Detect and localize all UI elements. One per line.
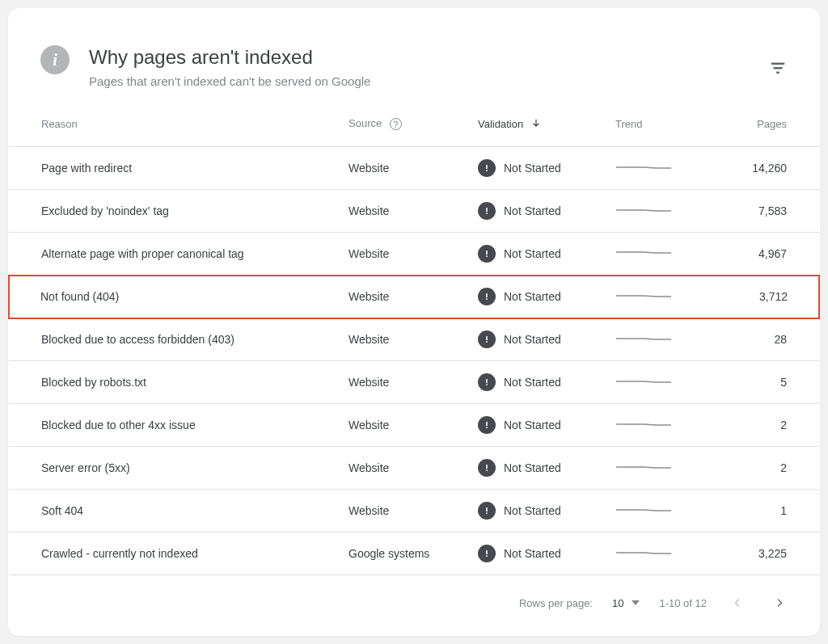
table-footer: Rows per page: 10 1-10 of 12 — [8, 575, 820, 614]
table-row[interactable]: Excluded by 'noindex' tagWebsiteNot Star… — [9, 190, 819, 233]
svg-rect-3 — [486, 165, 488, 169]
validation-cell: Not Started — [478, 276, 615, 318]
prev-page-button[interactable] — [726, 591, 749, 614]
col-header-validation-label: Validation — [478, 118, 523, 130]
source-cell: Website — [349, 276, 478, 318]
trend-cell — [615, 490, 712, 532]
validation-text: Not Started — [504, 204, 561, 217]
source-cell: Website — [349, 361, 478, 404]
sparkline-icon — [615, 419, 672, 430]
trend-cell — [615, 190, 712, 233]
table-row[interactable]: Blocked by robots.txtWebsiteNot Started5 — [9, 361, 819, 404]
rows-per-page-label: Rows per page: — [519, 597, 593, 609]
sparkline-icon — [615, 504, 672, 516]
exclamation-icon — [478, 245, 496, 263]
table-row[interactable]: Blocked due to access forbidden (403)Web… — [9, 318, 819, 361]
info-icon: i — [40, 45, 70, 74]
svg-rect-4 — [486, 170, 488, 171]
svg-rect-11 — [486, 336, 488, 340]
svg-rect-16 — [486, 427, 488, 428]
validation-text: Not Started — [504, 504, 561, 517]
table-row[interactable]: Soft 404WebsiteNot Started1 — [9, 490, 819, 532]
validation-text: Not Started — [504, 290, 561, 303]
card-subtitle: Pages that aren't indexed can't be serve… — [89, 74, 370, 88]
validation-cell: Not Started — [478, 233, 615, 276]
validation-text: Not Started — [504, 247, 561, 260]
table-row[interactable]: Crawled - currently not indexedGoogle sy… — [9, 532, 819, 575]
trend-cell — [615, 404, 712, 447]
svg-rect-21 — [486, 550, 488, 554]
trend-cell — [615, 318, 712, 361]
exclamation-icon — [478, 330, 496, 348]
help-icon[interactable]: ? — [390, 118, 402, 130]
exclamation-icon — [478, 459, 496, 477]
rows-per-page-value: 10 — [612, 597, 623, 609]
pages-cell: 1 — [712, 490, 819, 532]
col-header-validation[interactable]: Validation — [478, 117, 615, 147]
col-header-reason[interactable]: Reason — [9, 117, 349, 147]
pages-cell: 4,967 — [712, 233, 819, 276]
reason-cell: Blocked due to other 4xx issue — [9, 404, 349, 447]
validation-cell: Not Started — [478, 532, 615, 575]
source-cell: Website — [349, 190, 478, 233]
source-cell: Website — [349, 404, 478, 447]
svg-rect-5 — [486, 208, 488, 212]
next-page-button[interactable] — [768, 591, 791, 614]
reason-cell: Page with redirect — [9, 147, 349, 190]
trend-cell — [615, 447, 712, 490]
sparkline-icon — [615, 204, 672, 216]
pages-cell: 14,260 — [712, 147, 819, 190]
exclamation-icon — [478, 288, 496, 305]
exclamation-icon — [478, 373, 496, 391]
table-row[interactable]: Blocked due to other 4xx issueWebsiteNot… — [9, 404, 819, 447]
sparkline-icon — [615, 246, 672, 258]
svg-rect-9 — [486, 293, 488, 297]
reason-cell: Blocked due to access forbidden (403) — [9, 318, 349, 361]
exclamation-icon — [478, 502, 496, 520]
validation-cell: Not Started — [478, 404, 615, 447]
col-header-trend: Trend — [615, 117, 712, 147]
validation-text: Not Started — [504, 461, 561, 474]
validation-text: Not Started — [504, 547, 561, 560]
validation-cell: Not Started — [478, 318, 615, 361]
validation-text: Not Started — [504, 419, 561, 431]
table-row[interactable]: Page with redirectWebsiteNot Started14,2… — [9, 147, 819, 190]
validation-cell: Not Started — [478, 361, 615, 404]
pagination-range: 1-10 of 12 — [659, 597, 707, 609]
source-cell: Website — [349, 318, 478, 361]
svg-rect-6 — [486, 213, 488, 214]
sparkline-icon — [615, 376, 672, 387]
reason-cell: Blocked by robots.txt — [9, 361, 349, 404]
col-header-pages[interactable]: Pages — [712, 117, 819, 147]
svg-rect-13 — [486, 379, 488, 383]
table-row[interactable]: Alternate page with proper canonical tag… — [9, 233, 819, 276]
svg-rect-0 — [771, 63, 785, 65]
exclamation-icon — [478, 202, 496, 220]
card-header: i Why pages aren't indexed Pages that ar… — [8, 8, 820, 88]
validation-cell: Not Started — [478, 147, 615, 190]
validation-text: Not Started — [504, 333, 561, 346]
dropdown-icon — [632, 600, 640, 605]
trend-cell — [615, 532, 712, 575]
indexing-reasons-card: i Why pages aren't indexed Pages that ar… — [8, 8, 820, 636]
filter-icon — [769, 59, 787, 77]
reason-cell: Server error (5xx) — [9, 447, 349, 490]
rows-per-page-select[interactable]: 10 — [612, 597, 640, 609]
sparkline-icon — [615, 290, 672, 301]
sort-descending-icon — [531, 118, 541, 128]
filter-button[interactable] — [763, 53, 792, 82]
reason-cell: Crawled - currently not indexed — [9, 532, 349, 575]
pages-cell: 5 — [712, 361, 819, 404]
col-header-source[interactable]: Source ? — [349, 117, 478, 147]
sparkline-icon — [615, 461, 672, 473]
sparkline-icon — [615, 162, 672, 173]
table-row[interactable]: Server error (5xx)WebsiteNot Started2 — [9, 447, 819, 490]
col-header-source-label: Source — [349, 117, 382, 129]
validation-cell: Not Started — [478, 190, 615, 233]
pages-cell: 28 — [712, 318, 819, 361]
sparkline-icon — [615, 547, 672, 558]
table-row[interactable]: Not found (404)WebsiteNot Started3,712 — [9, 276, 819, 318]
svg-rect-14 — [486, 384, 488, 385]
svg-rect-17 — [486, 465, 488, 469]
card-title: Why pages aren't indexed — [89, 45, 370, 69]
